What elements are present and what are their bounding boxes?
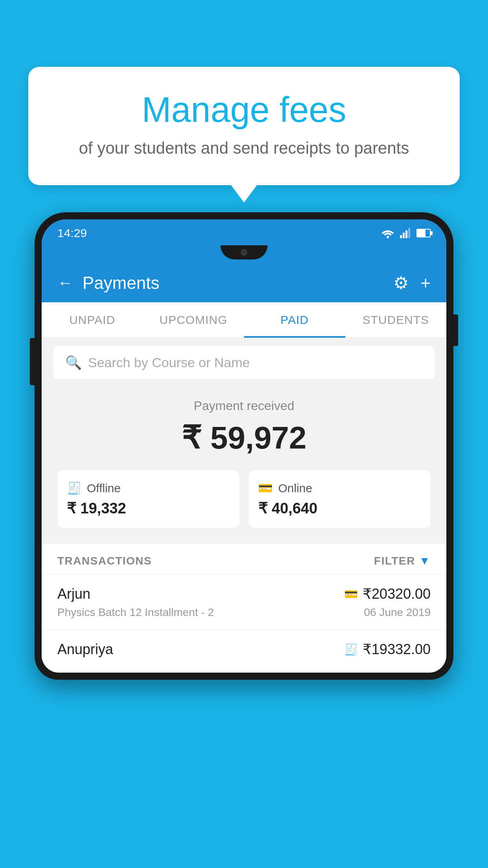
filter-icon: ▼ bbox=[419, 555, 431, 567]
tab-upcoming[interactable]: UPCOMING bbox=[143, 302, 244, 338]
transaction-row-bottom: Physics Batch 12 Installment - 2 06 June… bbox=[57, 606, 431, 619]
add-icon[interactable]: + bbox=[420, 273, 431, 293]
status-time: 14:29 bbox=[57, 226, 87, 240]
tab-students[interactable]: STUDENTS bbox=[345, 302, 447, 338]
svg-rect-3 bbox=[405, 230, 407, 238]
svg-rect-4 bbox=[408, 228, 410, 238]
phone-inner: 14:29 bbox=[42, 219, 446, 673]
offline-card: 🧾 Offline ₹ 19,332 bbox=[57, 470, 239, 528]
filter-button[interactable]: FILTER ▼ bbox=[374, 555, 431, 567]
phone-outer: 14:29 bbox=[35, 212, 453, 680]
transactions-header: TRANSACTIONS FILTER ▼ bbox=[42, 544, 446, 574]
offline-icon: 🧾 bbox=[67, 481, 81, 495]
transaction-amount-wrapper: 🧾 ₹19332.00 bbox=[344, 641, 431, 658]
status-bar: 14:29 bbox=[42, 219, 446, 245]
phone-container: 14:29 bbox=[35, 212, 453, 868]
signal-icon bbox=[400, 228, 411, 238]
status-icons bbox=[381, 228, 431, 238]
offline-card-header: 🧾 Offline bbox=[67, 481, 230, 495]
search-container: 🔍 Search by Course or Name bbox=[42, 338, 446, 387]
payment-total-amount: ₹ 59,972 bbox=[57, 419, 431, 456]
speech-bubble-subtitle: of your students and send receipts to pa… bbox=[60, 139, 428, 158]
transaction-amount: ₹19332.00 bbox=[363, 641, 431, 658]
svg-point-0 bbox=[387, 236, 389, 238]
back-button[interactable]: ← bbox=[57, 274, 73, 292]
transaction-amount-wrapper: 💳 ₹20320.00 bbox=[344, 586, 431, 602]
online-card-header: 💳 Online bbox=[258, 481, 421, 495]
tab-unpaid[interactable]: UNPAID bbox=[42, 302, 143, 338]
tab-paid[interactable]: PAID bbox=[244, 302, 345, 338]
notch-area bbox=[42, 245, 446, 263]
battery-icon bbox=[416, 229, 431, 237]
notch bbox=[220, 245, 268, 259]
transaction-row-top: Anupriya 🧾 ₹19332.00 bbox=[57, 641, 431, 658]
transaction-amount: ₹20320.00 bbox=[363, 586, 431, 602]
app-header: ← Payments ⚙ + bbox=[42, 263, 446, 302]
transaction-name: Anupriya bbox=[57, 641, 113, 658]
online-label: Online bbox=[278, 482, 312, 495]
transaction-row-top: Arjun 💳 ₹20320.00 bbox=[57, 586, 431, 602]
search-input[interactable]: Search by Course or Name bbox=[88, 355, 250, 370]
offline-amount: ₹ 19,332 bbox=[67, 500, 230, 517]
transaction-name: Arjun bbox=[57, 586, 90, 602]
transactions-label: TRANSACTIONS bbox=[57, 555, 152, 567]
filter-label: FILTER bbox=[374, 555, 415, 567]
header-actions: ⚙ + bbox=[393, 273, 431, 293]
settings-icon[interactable]: ⚙ bbox=[393, 273, 409, 293]
online-card: 💳 Online ₹ 40,640 bbox=[249, 470, 431, 528]
wifi-icon bbox=[381, 228, 394, 238]
transaction-row[interactable]: Arjun 💳 ₹20320.00 Physics Batch 12 Insta… bbox=[42, 574, 446, 630]
speech-bubble: Manage fees of your students and send re… bbox=[28, 67, 460, 185]
camera-dot bbox=[241, 249, 247, 256]
payment-received-label: Payment received bbox=[57, 399, 431, 413]
online-icon: 💳 bbox=[258, 481, 273, 495]
payment-summary: Payment received ₹ 59,972 🧾 Offline ₹ 19… bbox=[42, 387, 446, 544]
transaction-date: 06 June 2019 bbox=[364, 606, 431, 619]
card-payment-icon: 💳 bbox=[344, 588, 358, 601]
offline-label: Offline bbox=[87, 482, 121, 495]
svg-rect-2 bbox=[403, 233, 405, 238]
transaction-row[interactable]: Anupriya 🧾 ₹19332.00 bbox=[42, 630, 446, 673]
svg-rect-1 bbox=[400, 235, 402, 238]
search-icon: 🔍 bbox=[65, 355, 82, 370]
cash-payment-icon: 🧾 bbox=[344, 643, 358, 656]
speech-bubble-title: Manage fees bbox=[60, 90, 428, 129]
payment-cards: 🧾 Offline ₹ 19,332 💳 Online ₹ 40,640 bbox=[57, 470, 431, 528]
tabs: UNPAID UPCOMING PAID STUDENTS bbox=[42, 302, 446, 338]
page-title: Payments bbox=[83, 273, 393, 293]
transaction-desc: Physics Batch 12 Installment - 2 bbox=[57, 606, 214, 619]
search-bar[interactable]: 🔍 Search by Course or Name bbox=[53, 346, 435, 379]
online-amount: ₹ 40,640 bbox=[258, 500, 421, 517]
